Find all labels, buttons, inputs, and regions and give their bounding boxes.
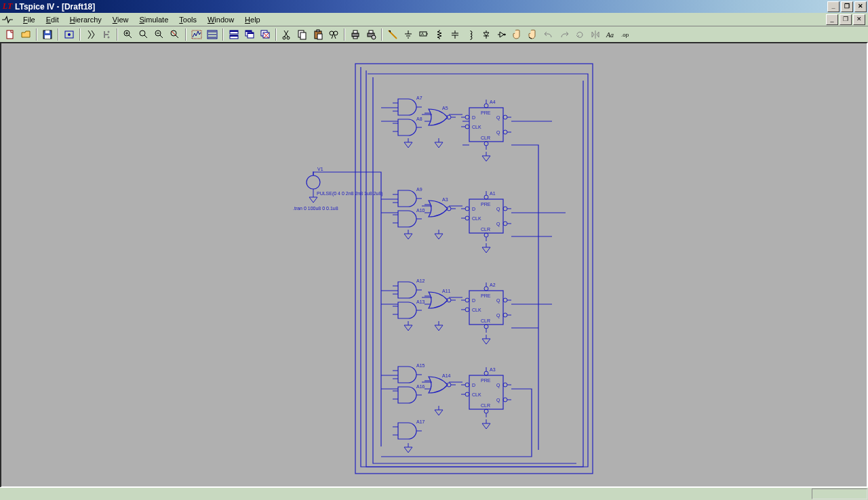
mdi-minimize-button[interactable]: _ [826, 14, 838, 25]
ref-a15: A15 [416, 363, 425, 368]
ref-a16: A16 [416, 384, 425, 389]
svg-rect-37 [369, 30, 373, 33]
find-icon[interactable] [326, 27, 341, 42]
svg-point-5 [68, 33, 71, 36]
save-icon[interactable] [40, 27, 55, 42]
ref-a9: A9 [416, 187, 422, 192]
ref-a1: A1 [490, 191, 496, 196]
zoom-in-icon[interactable] [121, 27, 136, 42]
schematic-icon [1, 14, 14, 25]
mdi-close-button[interactable]: ✕ [853, 14, 865, 25]
rotate-icon[interactable] [572, 27, 587, 42]
maximize-button[interactable]: ❐ [841, 1, 853, 12]
svg-point-7 [108, 37, 110, 39]
vsource-ref: V1 [317, 167, 323, 171]
ref-a13: A13 [416, 299, 425, 304]
close-all-icon[interactable] [258, 27, 273, 42]
ref-a3: A3 [442, 197, 448, 202]
menu-edit[interactable]: Edit [41, 14, 64, 25]
svg-rect-27 [300, 33, 306, 39]
ref-a7: A7 [416, 96, 422, 100]
svg-rect-3 [45, 35, 50, 39]
menu-simulate[interactable]: Simulate [134, 14, 174, 25]
svg-point-9 [140, 30, 145, 36]
tile-icon[interactable] [226, 27, 241, 42]
minimize-button[interactable]: _ [827, 1, 840, 12]
svg-rect-15 [230, 30, 238, 32]
svg-point-38 [372, 35, 376, 39]
mirror-icon[interactable] [588, 27, 603, 42]
vsource-params: PULSE(0 4 0 2n8 2n8 1u8 2u8) [317, 191, 383, 196]
svg-text:A: A [421, 32, 424, 36]
print-icon[interactable] [348, 27, 363, 42]
drag-icon[interactable] [526, 27, 540, 42]
diode-icon[interactable] [479, 27, 494, 42]
control-panel-icon[interactable] [62, 27, 77, 42]
title-bar: LT LTspice IV - [Draft18] _ ❐ ✕ [0, 0, 868, 13]
menu-help[interactable]: Help [239, 14, 266, 25]
status-cell [812, 488, 867, 499]
redo-icon[interactable] [557, 27, 572, 42]
schematic-canvas[interactable]: D CLK Q Q PRE CLR [0, 42, 868, 488]
ref-a10: A10 [416, 208, 425, 213]
move-icon[interactable] [510, 27, 525, 42]
menu-window[interactable]: Window [202, 14, 239, 25]
svg-rect-17 [230, 35, 238, 37]
svg-point-32 [334, 31, 338, 35]
paste-icon[interactable] [311, 27, 326, 42]
svg-rect-19 [245, 30, 252, 32]
close-button[interactable]: ✕ [854, 1, 867, 12]
inductor-icon[interactable] [463, 27, 478, 42]
zoom-out-icon[interactable] [152, 27, 167, 42]
svg-rect-30 [317, 34, 322, 39]
svg-rect-29 [317, 30, 319, 32]
svg-rect-34 [353, 30, 357, 33]
ref-a11: A11 [442, 289, 450, 293]
schematic-drawing: D CLK Q Q PRE CLR [1, 43, 867, 478]
ref-a2: A2 [490, 283, 496, 287]
pick-visible-icon[interactable] [189, 27, 204, 42]
undo-icon[interactable] [541, 27, 556, 42]
app-logo-icon: LT [2, 1, 13, 12]
menu-tools[interactable]: Tools [174, 14, 202, 25]
new-icon[interactable] [3, 27, 18, 42]
menu-bar: File Edit Hierarchy View Simulate Tools … [0, 13, 868, 26]
menu-hierarchy[interactable]: Hierarchy [64, 14, 107, 25]
print-setup-icon[interactable] [363, 27, 378, 42]
ground-icon[interactable] [401, 27, 416, 42]
svg-rect-0 [7, 30, 13, 39]
copy-icon[interactable] [295, 27, 310, 42]
run-icon[interactable] [83, 27, 98, 42]
text-icon[interactable]: Aa [604, 27, 618, 42]
open-icon[interactable] [18, 27, 33, 42]
spice-directive-icon[interactable]: .op [619, 27, 634, 42]
svg-rect-21 [248, 33, 254, 34]
menu-view[interactable]: View [107, 14, 134, 25]
svg-text:Aa: Aa [606, 31, 614, 39]
status-bar [0, 487, 868, 500]
ref-a17: A17 [416, 419, 425, 424]
tran-directive: .tran 0 100u8 0 0.1u8 [293, 206, 338, 211]
cascade-icon[interactable] [242, 27, 257, 42]
cut-icon[interactable] [279, 27, 294, 42]
svg-point-31 [330, 31, 334, 35]
component-icon[interactable] [494, 27, 509, 42]
draw-wire-icon[interactable] [385, 27, 400, 42]
menu-file[interactable]: File [18, 14, 41, 25]
svg-point-6 [108, 31, 110, 33]
capacitor-icon[interactable] [448, 27, 462, 42]
autorange-icon[interactable] [205, 27, 220, 42]
label-net-icon[interactable]: A [416, 27, 431, 42]
ref-a4: A4 [490, 100, 496, 104]
svg-text:.op: .op [621, 32, 629, 38]
ref-a8: A8 [416, 117, 422, 121]
halt-icon[interactable] [99, 27, 114, 42]
svg-rect-2 [45, 30, 50, 33]
svg-rect-35 [353, 37, 357, 39]
resistor-icon[interactable] [432, 27, 447, 42]
svg-rect-33 [352, 33, 359, 37]
ref-a14: A14 [442, 373, 450, 378]
mdi-restore-button[interactable]: ❐ [840, 14, 852, 25]
pan-icon[interactable] [136, 27, 151, 42]
zoom-fit-icon[interactable] [167, 27, 182, 42]
